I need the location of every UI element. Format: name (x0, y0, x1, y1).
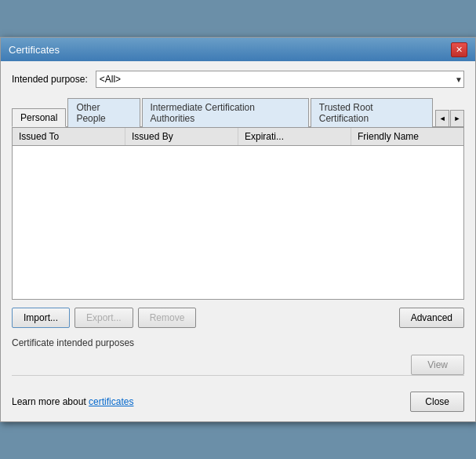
certificates-dialog: Certificates ✕ Intended purpose: <All> ▼… (0, 37, 476, 422)
table-header: Issued To Issued By Expirati... Friendly… (13, 128, 463, 146)
title-bar: Certificates ✕ (1, 38, 475, 61)
learn-more-text: Learn more about certificates (12, 396, 133, 407)
table-body (13, 146, 463, 297)
tabs-container: Personal Other People Intermediate Certi… (12, 97, 464, 127)
learn-more-row: Learn more about certificates Close (12, 385, 464, 412)
view-row: View (12, 355, 464, 375)
remove-button[interactable]: Remove (138, 308, 197, 328)
certificates-link[interactable]: certificates (89, 396, 133, 407)
tab-scroll-left-btn[interactable]: ◄ (435, 110, 449, 127)
advanced-button[interactable]: Advanced (399, 308, 464, 328)
tab-scroll-right-btn[interactable]: ► (450, 110, 464, 127)
tab-intermediate[interactable]: Intermediate Certification Authorities (142, 98, 309, 127)
close-button[interactable]: ✕ (451, 42, 467, 57)
purpose-select[interactable]: <All> (96, 71, 464, 88)
tab-other-people[interactable]: Other People (67, 98, 140, 127)
cert-purposes-label: Certificate intended purposes (12, 336, 464, 350)
certificates-table: Issued To Issued By Expirati... Friendly… (12, 127, 464, 300)
title-bar-controls: ✕ (451, 42, 467, 57)
action-buttons-left: Import... Export... Remove (12, 308, 394, 328)
col-friendly-name: Friendly Name (351, 128, 463, 145)
import-button[interactable]: Import... (12, 308, 70, 328)
intended-purpose-row: Intended purpose: <All> ▼ (12, 71, 464, 88)
view-button[interactable]: View (411, 355, 464, 375)
purpose-select-wrapper: <All> ▼ (96, 71, 464, 88)
separator (12, 375, 464, 376)
dialog-title: Certificates (9, 44, 60, 56)
dialog-body: Intended purpose: <All> ▼ Personal Other… (1, 61, 475, 421)
col-issued-to: Issued To (13, 128, 125, 145)
col-issued-by: Issued By (125, 128, 238, 145)
action-buttons-row: Import... Export... Remove Advanced (12, 308, 464, 328)
tab-personal[interactable]: Personal (12, 108, 66, 127)
tab-trusted-root[interactable]: Trusted Root Certification (311, 98, 434, 127)
export-button[interactable]: Export... (74, 308, 133, 328)
col-expiration: Expirati... (238, 128, 351, 145)
intended-purpose-label: Intended purpose: (12, 74, 88, 85)
close-button[interactable]: Close (410, 392, 464, 412)
learn-more-static: Learn more about (12, 396, 86, 407)
